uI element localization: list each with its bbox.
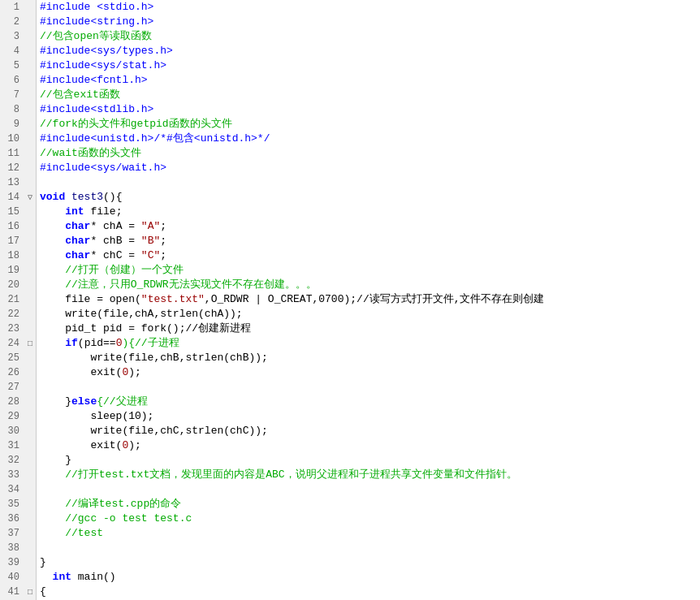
- fold-indicator: [24, 175, 36, 190]
- code-line: {: [40, 585, 700, 599]
- fold-indicator[interactable]: □: [24, 336, 36, 351]
- code-line: #include<sys/types.h>: [40, 44, 700, 58]
- code-line: //打开test.txt文档，发现里面的内容是ABC，说明父进程和子进程共享文件…: [40, 468, 700, 482]
- fold-indicator: [24, 497, 36, 512]
- gutter-row: 15: [0, 205, 36, 219]
- line-number: 16: [0, 219, 24, 234]
- code-line: [40, 482, 700, 497]
- fold-indicator: [24, 468, 36, 482]
- code-line: [40, 541, 700, 555]
- fold-indicator: [24, 292, 36, 307]
- fold-indicator: [24, 380, 36, 395]
- gutter-row: 13: [0, 175, 36, 190]
- code-line: #include<stdlib.h>: [40, 102, 700, 117]
- code-line: write(file,chA,strlen(chA));: [40, 307, 700, 322]
- line-number: 39: [0, 555, 24, 570]
- fold-indicator[interactable]: □: [24, 585, 36, 599]
- fold-indicator: [24, 58, 36, 73]
- line-gutter: 1234567891011121314▽15161718192021222324…: [0, 0, 37, 600]
- code-line: //test: [40, 526, 700, 541]
- code-line: [40, 175, 700, 190]
- gutter-row: 36: [0, 512, 36, 526]
- gutter-row: 16: [0, 219, 36, 234]
- gutter-row: 32: [0, 453, 36, 468]
- line-number: 6: [0, 73, 24, 88]
- line-number: 34: [0, 482, 24, 497]
- code-line: exit(0);: [40, 438, 700, 453]
- fold-indicator: [24, 102, 36, 117]
- code-line: }: [40, 555, 700, 570]
- code-line: #include<fcntl.h>: [40, 73, 700, 88]
- gutter-row: 11: [0, 146, 36, 161]
- gutter-row: 29: [0, 409, 36, 424]
- code-line: //wait函数的头文件: [40, 146, 700, 161]
- code-line: }: [40, 453, 700, 468]
- code-line: write(file,chB,strlen(chB));: [40, 351, 700, 365]
- line-number: 4: [0, 44, 24, 58]
- gutter-row: 25: [0, 351, 36, 365]
- line-number: 15: [0, 205, 24, 219]
- code-line: #include<sys/wait.h>: [40, 161, 700, 175]
- gutter-row: 28: [0, 395, 36, 409]
- line-number: 5: [0, 58, 24, 73]
- gutter-row: 41□: [0, 585, 36, 599]
- line-number: 38: [0, 541, 24, 555]
- line-number: 8: [0, 102, 24, 117]
- line-number: 33: [0, 468, 24, 482]
- line-number: 29: [0, 409, 24, 424]
- gutter-row: 31: [0, 438, 36, 453]
- code-line: //注意，只用O_RDWR无法实现文件不存在创建。。。: [40, 278, 700, 292]
- gutter-row: 37: [0, 526, 36, 541]
- line-number: 40: [0, 570, 24, 585]
- gutter-row: 2: [0, 15, 36, 29]
- gutter-row: 26: [0, 365, 36, 380]
- code-line: write(file,chC,strlen(chC));: [40, 424, 700, 438]
- code-line: int main(): [40, 570, 700, 585]
- line-number: 2: [0, 15, 24, 29]
- fold-indicator: [24, 438, 36, 453]
- gutter-row: 12: [0, 161, 36, 175]
- code-line: #include<unistd.h>/*#包含<unistd.h>*/: [40, 132, 700, 146]
- code-line: #include <stdio.h>: [40, 0, 700, 15]
- fold-indicator[interactable]: ▽: [24, 190, 36, 205]
- gutter-row: 21: [0, 292, 36, 307]
- code-line: //打开（创建）一个文件: [40, 263, 700, 278]
- code-content[interactable]: #include <stdio.h>#include<string.h>//包含…: [37, 0, 700, 600]
- line-number: 11: [0, 146, 24, 161]
- gutter-row: 19: [0, 263, 36, 278]
- code-line: #include<sys/stat.h>: [40, 58, 700, 73]
- fold-indicator: [24, 482, 36, 497]
- line-number: 23: [0, 322, 24, 336]
- fold-indicator: [24, 395, 36, 409]
- fold-indicator: [24, 424, 36, 438]
- gutter-row: 30: [0, 424, 36, 438]
- gutter-row: 18: [0, 248, 36, 263]
- fold-indicator: [24, 234, 36, 248]
- fold-indicator: [24, 161, 36, 175]
- fold-indicator: [24, 307, 36, 322]
- gutter-row: 22: [0, 307, 36, 322]
- gutter-row: 3: [0, 29, 36, 44]
- code-line: //包含exit函数: [40, 88, 700, 102]
- line-number: 41: [0, 585, 24, 599]
- line-number: 9: [0, 117, 24, 132]
- fold-indicator: [24, 44, 36, 58]
- code-line: //gcc -o test test.c: [40, 512, 700, 526]
- line-number: 19: [0, 263, 24, 278]
- code-line: //fork的头文件和getpid函数的头文件: [40, 117, 700, 132]
- line-number: 37: [0, 526, 24, 541]
- code-line: //编译test.cpp的命令: [40, 497, 700, 512]
- gutter-row: 4: [0, 44, 36, 58]
- fold-indicator: [24, 219, 36, 234]
- code-line: exit(0);: [40, 365, 700, 380]
- gutter-row: 7: [0, 88, 36, 102]
- gutter-row: 24□: [0, 336, 36, 351]
- fold-indicator: [24, 541, 36, 555]
- gutter-row: 23: [0, 322, 36, 336]
- line-number: 18: [0, 248, 24, 263]
- fold-indicator: [24, 29, 36, 44]
- fold-indicator: [24, 570, 36, 585]
- fold-indicator: [24, 205, 36, 219]
- fold-indicator: [24, 322, 36, 336]
- fold-indicator: [24, 526, 36, 541]
